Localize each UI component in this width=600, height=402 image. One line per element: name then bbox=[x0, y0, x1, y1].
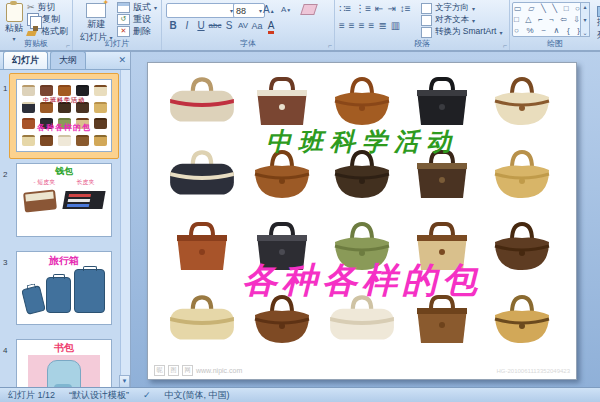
decrease-indent-button[interactable]: ⇤ bbox=[375, 3, 383, 14]
status-slide-indicator: 幻灯片 1/12 bbox=[8, 389, 55, 402]
font-format-row: B I U abc S AV Aa A bbox=[166, 20, 278, 31]
columns-button[interactable]: ▥ bbox=[391, 20, 400, 31]
thumbnail-4-title: 书包 bbox=[17, 342, 111, 353]
thumbnail-scrollbar[interactable]: ▼ bbox=[120, 70, 130, 388]
format-painter-icon bbox=[27, 26, 38, 36]
scissors-icon: ✂ bbox=[27, 2, 35, 12]
align-center-button[interactable]: ≡ bbox=[349, 20, 355, 31]
shape-glyph[interactable]: ~ bbox=[541, 25, 546, 36]
format-painter-button[interactable]: 格式刷 bbox=[27, 25, 68, 37]
spellcheck-icon[interactable]: ✓ bbox=[143, 390, 151, 400]
pane-close-icon[interactable]: ✕ bbox=[118, 55, 126, 65]
shape-glyph[interactable]: ╲ bbox=[552, 3, 557, 14]
bold-button[interactable]: B bbox=[166, 20, 180, 31]
backpack-shape bbox=[47, 360, 81, 388]
underline-button[interactable]: U bbox=[194, 20, 208, 31]
bag-image bbox=[406, 75, 478, 131]
slide-1-editing-surface[interactable]: 中班科学活动 各种各样的包 昵 图 网 www.nipic.com HG-201… bbox=[147, 62, 577, 380]
grow-font-button[interactable]: A▲ bbox=[263, 3, 275, 15]
mini-bag-image bbox=[94, 85, 107, 96]
watermark-id-code: HG-2010061113352049423 bbox=[496, 368, 570, 374]
thumbnail-slide-2[interactable]: 钱包 - 短皮夹 长皮夹 bbox=[16, 163, 112, 237]
thumbnail-slide-4[interactable]: 书包 bbox=[16, 339, 112, 388]
clipboard-dialog-launcher[interactable]: ⌐ bbox=[66, 42, 70, 49]
thumbnail-slide-1[interactable]: 中班科学活动 各种各样的包 bbox=[16, 79, 112, 152]
shrink-font-button[interactable]: A▼ bbox=[281, 3, 291, 15]
slide-caption-text[interactable]: 各种各样的包 bbox=[148, 257, 576, 304]
shape-glyph[interactable]: ⇦ bbox=[560, 14, 567, 25]
tab-slides[interactable]: 幻灯片 bbox=[3, 51, 48, 69]
font-dialog-launcher[interactable]: ⌐ bbox=[328, 42, 332, 49]
new-slide-label-1: 新建 bbox=[87, 18, 105, 31]
increase-indent-button[interactable]: ⇥ bbox=[387, 3, 395, 14]
clear-formatting-button[interactable] bbox=[302, 3, 316, 15]
align-text-icon bbox=[421, 15, 432, 26]
change-case-button[interactable]: Aa bbox=[250, 21, 264, 31]
shape-glyph[interactable]: ○ bbox=[514, 25, 519, 36]
align-left-button[interactable]: ≡ bbox=[339, 20, 345, 31]
copy-button[interactable]: 复制 bbox=[27, 13, 60, 25]
paragraph-row1: ∷≡ ⋮≡ ⇤ ⇥ ↕≡ bbox=[339, 3, 411, 14]
numbering-button[interactable]: ⋮≡ bbox=[355, 3, 371, 14]
bullets-button[interactable]: ∷≡ bbox=[339, 3, 351, 14]
italic-button[interactable]: I bbox=[180, 20, 194, 31]
clipboard-group-label: 剪贴板 bbox=[0, 38, 72, 49]
character-spacing-button[interactable]: AV bbox=[236, 21, 250, 30]
slide-canvas[interactable]: 中班科学活动 各种各样的包 昵 图 网 www.nipic.com HG-201… bbox=[131, 52, 600, 388]
ribbon: 粘贴 ▾ ✂ 剪切 复制 格式刷 剪贴板 ⌐ 新建 幻灯片 ▾ 版式 ▾ bbox=[0, 0, 600, 52]
font-size-combo[interactable]: 88 ▾ bbox=[233, 3, 265, 18]
distribute-button[interactable]: ≣ bbox=[378, 20, 386, 31]
thumbnail-2-bullets: - 短皮夹 长皮夹 bbox=[17, 177, 111, 187]
watermark-logo-box-3: 网 bbox=[182, 365, 193, 376]
shape-glyph[interactable]: % bbox=[526, 25, 533, 36]
shape-glyph[interactable]: ∧ bbox=[554, 25, 560, 36]
shape-glyph[interactable]: ╲ bbox=[541, 3, 546, 14]
font-color-button[interactable]: A bbox=[264, 20, 278, 31]
paste-label: 粘贴 bbox=[5, 22, 23, 35]
text-direction-button[interactable]: 文字方向 ▾ bbox=[421, 2, 475, 14]
tab-outline[interactable]: 大纲 bbox=[50, 51, 86, 69]
cut-button[interactable]: ✂ 剪切 bbox=[27, 1, 56, 13]
justify-button[interactable]: ≡ bbox=[369, 20, 375, 31]
shapes-row-3: ○%~∧{} bbox=[514, 25, 580, 36]
font-name-combo[interactable]: ▾ bbox=[166, 3, 236, 18]
shape-glyph[interactable]: ¬ bbox=[549, 14, 554, 25]
strikethrough-button[interactable]: abc bbox=[208, 21, 222, 30]
eraser-icon bbox=[300, 4, 318, 15]
shape-glyph[interactable]: ▭ bbox=[514, 3, 522, 14]
convert-smartart-button[interactable]: 转换为 SmartArt ▾ bbox=[421, 26, 502, 38]
thumbnail-4-backpack-image bbox=[28, 355, 100, 388]
format-painter-label: 格式刷 bbox=[41, 25, 68, 38]
reset-button[interactable]: ↺ 重设 bbox=[117, 13, 151, 25]
shape-glyph[interactable]: ⇩ bbox=[573, 14, 580, 25]
thumbnail-slide-3[interactable]: 旅行箱 bbox=[16, 251, 112, 325]
thumbnail-2-wallet-images bbox=[17, 191, 111, 211]
shape-glyph[interactable]: { bbox=[567, 25, 570, 36]
wallet-image-long bbox=[62, 191, 105, 209]
align-text-button[interactable]: 对齐文本 ▾ bbox=[421, 14, 475, 26]
wallet-image-short bbox=[23, 189, 57, 212]
thumbnail-3-suitcase-images bbox=[17, 269, 111, 313]
layout-button[interactable]: 版式 ▾ bbox=[117, 1, 157, 13]
shape-glyph[interactable]: □ bbox=[514, 14, 519, 25]
text-shadow-button[interactable]: S bbox=[222, 20, 236, 31]
slide-heading-text[interactable]: 中班科学活动 bbox=[148, 125, 576, 158]
bags-image-grid[interactable] bbox=[162, 67, 562, 357]
mini-bag-image bbox=[40, 135, 53, 146]
align-right-button[interactable]: ≡ bbox=[359, 20, 365, 31]
shape-glyph[interactable]: ⌐ bbox=[538, 14, 543, 25]
drawing-group-label: 绘图 bbox=[510, 38, 600, 49]
paragraph-dialog-launcher[interactable]: ⌐ bbox=[503, 42, 507, 49]
line-spacing-button[interactable]: ↕≡ bbox=[400, 3, 411, 14]
font-group-label: 字体 bbox=[162, 38, 334, 49]
delete-button[interactable]: ✕ 删除 bbox=[117, 25, 151, 37]
shapes-gallery-scroll[interactable]: ▴▾⌄ bbox=[580, 2, 590, 37]
shape-glyph[interactable]: ▱ bbox=[528, 3, 534, 14]
thumbnail-3-number: 3 bbox=[3, 258, 7, 267]
status-language[interactable]: 中文(简体, 中国) bbox=[165, 389, 230, 402]
mini-bag-image bbox=[58, 135, 71, 146]
shapes-gallery[interactable]: ▭▱╲╲□○ □△⌐¬⇦⇩ ○%~∧{} bbox=[512, 2, 582, 37]
shape-glyph[interactable]: △ bbox=[525, 14, 531, 25]
ribbon-group-drawing: ▭▱╲╲□○ □△⌐¬⇦⇩ ○%~∧{} ▴▾⌄ 排列 ▾ 快速样式 绘图 bbox=[510, 0, 600, 50]
shape-glyph[interactable]: □ bbox=[564, 3, 569, 14]
